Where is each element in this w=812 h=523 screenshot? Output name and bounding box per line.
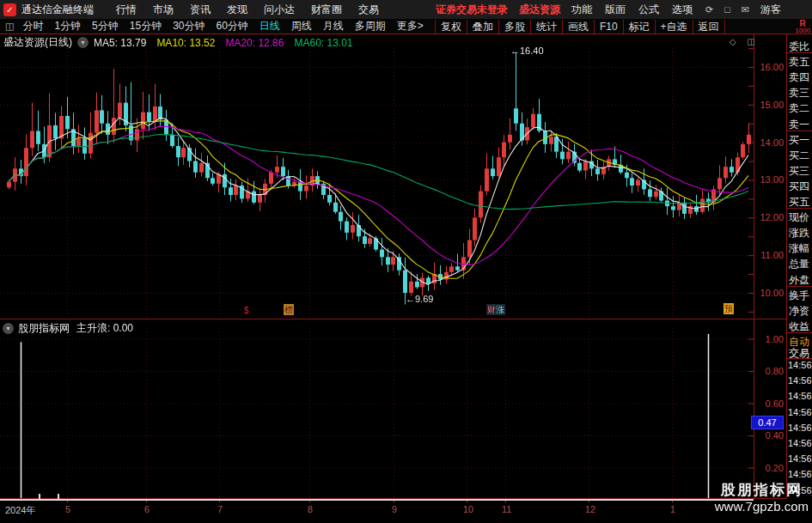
toolbar-button-8[interactable]: +自选 [655,20,693,33]
chart-marker-4: 预 [723,303,734,314]
ma-value-labels: MA5: 13.79MA10: 13.52MA20: 12.86MA60: 13… [94,37,363,49]
watermark: 股朋指标网 www.7gpzb.com [715,482,809,514]
tick-trade-time: 14:56 [788,438,812,448]
sidebar-label-18: 净资 [789,304,812,319]
period-tab-10[interactable]: 多周期 [355,19,386,33]
indicator-title: 股朋指标网 [18,321,70,336]
menubar-right-item-3[interactable]: 公式 [638,3,659,17]
toolbar-button-7[interactable]: 标记 [623,20,655,33]
time-axis-month-label: 9 [392,504,397,514]
indicator-tick-label: 0.40 [755,430,784,441]
price-annotation: ←16.40 [510,46,544,56]
period-tab-6[interactable]: 60分钟 [217,19,248,33]
sidebar-border[interactable] [786,34,787,498]
sidebar-separator [787,208,812,209]
chevron-down-icon[interactable]: ▾ [77,37,89,48]
tick-trade-time: 14:56 [788,360,812,370]
ma-label-2: MA10: 13.52 [156,37,215,49]
period-tab-3[interactable]: 5分钟 [92,19,119,33]
period-tab-9[interactable]: 月线 [323,19,344,33]
menu-icons: ⟳□✉ [705,4,760,15]
menubar-right-item-2[interactable]: 版面 [605,3,626,17]
panel-divider[interactable] [0,319,787,319]
time-axis-month-label: 6 [144,504,150,514]
symbol-title: 盛达资源(日线) [3,35,72,50]
marker-glyph: 财 [487,305,496,314]
time-axis-month-label: 1 [670,504,675,514]
sidebar-label-5: 卖二 [789,101,812,116]
watermark-site-name: 股朋指标网 [715,482,809,498]
chart-marker-3: 财涨 [486,304,505,315]
period-tab-1[interactable]: 分时 [22,19,43,33]
toolbar-button-3[interactable]: 多股 [498,20,530,33]
period-tab-4[interactable]: 15分钟 [130,19,162,33]
period-tab-11[interactable]: 更多> [397,19,424,33]
toolbar-button-9[interactable]: 返回 [693,20,725,33]
indicator-header: ▾ 股朋指标网 主升浪: 0.00 [3,321,133,336]
ma-label-1: MA5: 13.79 [94,37,146,49]
toolbar-button-2[interactable]: 叠加 [467,20,498,33]
indicator-chart-canvas[interactable] [0,319,754,498]
toolbar-button-6[interactable]: F10 [594,20,623,33]
resize-handle-tick[interactable] [58,494,59,500]
status-link-2[interactable]: 盛达资源 [519,3,560,17]
menubar-item-1[interactable]: 行情 [116,3,137,17]
toolbar-button-4[interactable]: 统计 [530,20,562,33]
resize-handle-tick[interactable] [39,494,40,500]
indicator-tick-label: 0.20 [755,463,784,473]
ma-label-4: MA60: 13.01 [294,37,352,49]
period-tab-7[interactable]: 日线 [259,19,280,33]
tick-trade-time: 14:56 [788,423,812,433]
mail-icon[interactable]: ✉ [742,4,749,15]
menubar-item-6[interactable]: 财富圈 [311,3,342,17]
chevron-down-icon[interactable]: ▾ [3,323,14,334]
split-view-icon[interactable]: ◫ [5,21,14,32]
sidebar-label-13: 涨跌 [789,226,812,240]
refresh-icon[interactable]: ⟳ [705,4,713,15]
quote-sidebar[interactable]: 委比卖五卖四卖三卖二卖一买一买二买三买四买五现价涨跌涨幅总量外盘换手净资收益自动… [787,34,812,498]
tdx-terminal-window: ✓ 通达信金融终端 行情市场资讯发现问小达财富圈交易 证券交易未登录盛达资源 功… [0,0,812,523]
period-toolbar: ◫ 分时1分钟5分钟15分钟30分钟60分钟日线周线月线多周期更多> 复权叠加多… [0,19,812,34]
menubar-item-5[interactable]: 问小达 [264,3,295,17]
menubar-item-4[interactable]: 发现 [227,3,247,17]
price-tick-label: 16.00 [755,62,784,72]
time-axis-year-label: 2024年 [5,504,35,517]
indicator-tick-label: 0.80 [755,366,784,376]
candlestick-chart-canvas[interactable] [0,34,754,319]
menubar-right-item-4[interactable]: 选项 [672,3,693,17]
period-tab-2[interactable]: 1分钟 [54,19,81,33]
sidebar-separator [787,358,812,359]
chart-header: 盛达资源(日线) ▾ MA5: 13.79MA10: 13.52MA20: 12… [3,35,363,50]
period-tab-8[interactable]: 周线 [291,19,312,33]
tick-trade-time: 14:56 [788,469,812,479]
menubar-item-3[interactable]: 资讯 [190,3,211,17]
sidebar-separator [787,52,812,53]
marker-glyph: 榜 [284,305,293,314]
mobile-icon[interactable]: □ [724,4,730,15]
period-tabs: 分时1分钟5分钟15分钟30分钟60分钟日线周线月线多周期更多> [22,19,434,33]
period-tab-5[interactable]: 30分钟 [173,19,205,33]
chart-marker-1: $ [243,305,250,316]
status-link-1[interactable]: 证券交易未登录 [436,3,508,17]
chart-corner-icons[interactable]: ◇ ◫ [730,37,760,46]
menubar-item-2[interactable]: 市场 [153,3,174,17]
marker-glyph: 涨 [496,305,504,314]
toolbar-button-1[interactable]: 复权 [435,20,467,33]
sidebar-label-10: 买四 [789,179,812,194]
sidebar-label-7: 买一 [789,133,812,148]
menu-items: 行情市场资讯发现问小达财富圈交易 [116,3,395,17]
menu-right-items: 功能版面公式选项 [571,3,705,17]
toolbar-button-5[interactable]: 画线 [562,20,594,33]
sidebar-separator [787,131,812,131]
status-links: 证券交易未登录盛达资源 [436,3,571,17]
price-tick-label: 13.00 [755,174,784,185]
menubar-item-7[interactable]: 交易 [358,3,379,17]
sidebar-label-4: 卖三 [789,86,812,100]
menubar-right-item-1[interactable]: 功能 [571,3,592,17]
marker-glyph: $ [244,306,249,315]
app-title: 通达信金融终端 [21,3,94,17]
sidebar-separator [787,332,812,333]
time-axis-month-label: 10 [463,504,473,514]
ma-label-3: MA20: 12.86 [225,37,284,49]
guest-user-label[interactable]: 游客 [760,3,781,17]
